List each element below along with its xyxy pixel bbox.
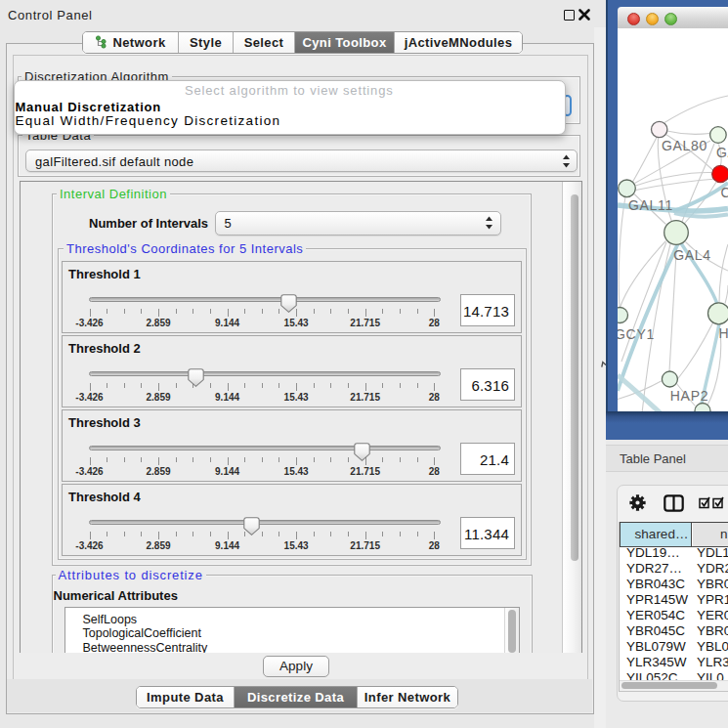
threshold-value-field-3[interactable]: 21.4 [460,443,515,475]
red-node[interactable] [712,165,728,182]
table-row[interactable]: YDR27…YDR2 [620,561,728,577]
zoom-traffic-light[interactable] [664,13,677,25]
column-header-shared-name[interactable]: shared… [620,523,692,546]
number-of-intervals-combobox[interactable]: 5 [215,211,501,236]
table-horizontal-scrollbar[interactable] [620,680,728,691]
slider-tick [434,309,435,317]
table-row[interactable]: YBL079WYBL0 [620,639,728,655]
slider-scale-label: 9.144 [215,466,239,477]
attributes-list-scrollbar-thumb[interactable] [508,610,516,653]
GAL-node-top[interactable] [710,127,727,144]
slider-tick [228,309,229,317]
minimize-traffic-light[interactable] [646,13,659,25]
threshold-value-field-1[interactable]: 14.713 [460,294,515,326]
tab-jactivemnodules[interactable]: jActiveMNodules [395,32,522,53]
slider-tick [330,383,331,388]
threshold-slider-track-3[interactable] [89,446,441,450]
slider-tick [141,309,142,314]
cyni-scrollbar-thumb[interactable] [571,194,578,561]
float-window-icon[interactable] [564,10,575,21]
dropdown-option-manual[interactable]: Manual Discretization [16,101,564,114]
attribute-item-betweennesscentrality[interactable]: BetweennessCentrality [83,641,208,654]
threshold-value-field-2[interactable]: 6.316 [460,368,515,401]
tab-cyni-toolbox[interactable]: Cyni Toolbox [295,32,395,53]
slider-scale-label: 21.715 [350,466,380,477]
slider-tick [158,457,159,465]
number-of-intervals-label: Number of Intervals [89,216,208,231]
close-icon[interactable] [578,9,590,21]
table-row[interactable]: YDL19…YDL1 [620,545,728,561]
dropdown-option-equal-width[interactable]: Equal Width/Frequency Discretization [16,114,564,128]
column-header-name[interactable]: n [693,523,728,546]
slider-tick [107,457,107,462]
cell-shared-name: YPR145W [626,592,688,608]
slider-tick [193,309,193,314]
table-row[interactable]: YBR045CYBR0 [620,623,728,639]
threshold-slider-thumb-1[interactable] [280,294,297,313]
checkbox-icon-2[interactable] [712,496,725,509]
tab-label: Style [190,35,222,50]
table-data-combobox[interactable]: galFiltered.sif default node [25,150,578,172]
threshold-value-field-4[interactable]: 11.344 [460,517,515,549]
threshold-slider-thumb-2[interactable] [188,368,204,387]
bottom-tab-infer-network[interactable]: Infer Network [358,687,457,707]
slider-tick [330,309,331,314]
slider-tick [278,383,279,388]
HAP2-node[interactable] [662,371,677,387]
table-row[interactable]: YER054CYER0 [620,608,728,623]
node-label-gal4: GAL4 [673,247,711,263]
attribute-item-selfloops[interactable]: SelfLoops [83,613,138,626]
GAL80-node[interactable] [652,121,667,137]
threshold-slider-track-1[interactable] [89,297,441,302]
cyni-scrollbar[interactable] [562,182,581,653]
panel-divider[interactable] [594,27,607,728]
slider-tick [244,383,245,388]
cell-name: YER0 [697,608,728,623]
close-traffic-light[interactable] [627,13,640,25]
split-view-icon[interactable] [664,494,684,512]
threshold-label-1: Threshold 1 [68,267,141,281]
table-row[interactable]: YBR043CYBR0 [620,577,728,592]
attributes-list[interactable]: SelfLoopsTopologicalCoefficientBetweenne… [64,607,520,655]
tab-select[interactable]: Select [234,32,295,53]
network-icon [95,35,107,49]
apply-button[interactable]: Apply [263,656,329,677]
cell-shared-name: YDL19… [626,545,680,561]
slider-tick [210,383,211,388]
slider-tick [90,457,91,465]
checkbox-icon-1[interactable] [699,496,711,509]
GAL11-node[interactable] [619,180,636,197]
cell-name: YPR1 [697,592,728,608]
attribute-item-topologicalcoefficient[interactable]: TopologicalCoefficient [83,626,201,640]
tab-style[interactable]: Style [179,32,234,53]
threshold-slider-thumb-4[interactable] [243,517,260,535]
bottom-tab-discretize-data[interactable]: Discretize Data [235,687,358,707]
slider-scale-label: 9.144 [215,540,239,551]
threshold-slider-thumb-3[interactable] [354,443,370,461]
tab-label: Network [112,35,165,50]
threshold-slider-track-4[interactable] [89,520,441,525]
node-table-header: shared… n [620,522,728,547]
threshold-box-1: Threshold 1-3.4262.8599.14415.4321.71528… [62,261,522,333]
table-row[interactable]: YLR345WYLR3 [620,655,728,670]
GAL4-node[interactable] [664,221,689,245]
tab-network[interactable]: Network [83,32,179,53]
gear-icon[interactable] [629,494,646,511]
cell-shared-name: YBR045C [626,623,685,639]
H-node[interactable] [708,303,728,324]
tab-label: Cyni Toolbox [302,35,386,50]
attributes-list-scrollbar[interactable] [504,608,519,655]
slider-tick [365,532,366,539]
network-edge [664,96,728,123]
node-label-c: C [721,185,728,200]
threshold-slider-track-2[interactable] [89,371,441,376]
table-horizontal-scrollbar-thumb[interactable] [621,682,717,689]
slider-tick [124,457,125,462]
bottom-tab-impute-data[interactable]: Impute Data [137,687,235,707]
network-canvas[interactable]: GAL80GACGAL11GAL4GCY1HHAP2 [618,28,728,411]
network-window-titlebar[interactable] [618,7,728,29]
slider-tick [314,383,315,388]
table-row[interactable]: YPR145WYPR1 [620,592,728,608]
slider-tick [400,457,401,462]
GCY1-node[interactable] [618,308,628,323]
